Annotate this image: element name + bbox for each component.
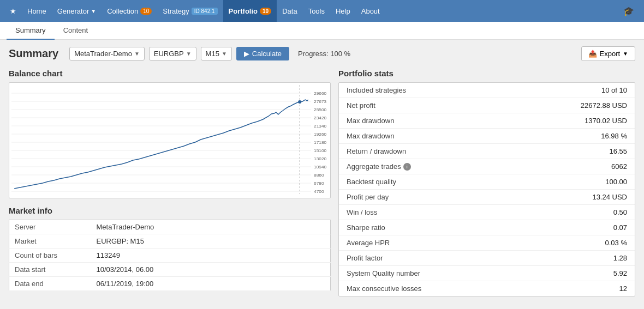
nav-generator-label: Generator <box>57 7 90 15</box>
collection-badge: 10 <box>140 8 152 15</box>
svg-text:6780: 6780 <box>314 181 324 186</box>
nav-item-strategy[interactable]: Strategy ID 842.1 <box>157 0 223 22</box>
balance-chart-title: Balance chart <box>9 69 331 78</box>
chevron-down-icon: ▼ <box>186 51 192 57</box>
tf-dropdown[interactable]: M15 ▼ <box>201 47 232 60</box>
stats-row: Profit per day13.24 USD <box>339 190 635 205</box>
progress-text: Progress: 100 % <box>298 50 350 58</box>
market-info-row: MarketEURGBP: M15 <box>9 234 331 249</box>
stats-value: 1.28 <box>613 254 627 262</box>
nav-data-label: Data <box>282 7 297 15</box>
page-title: Summary <box>9 47 58 60</box>
svg-text:4700: 4700 <box>314 189 324 194</box>
market-info-table: ServerMetaTrader-DemoMarketEURGBP: M15Co… <box>9 220 331 291</box>
stats-value: 16.98 % <box>601 132 627 140</box>
chevron-down-icon: ▼ <box>134 51 140 57</box>
main-content: Summary MetaTrader-Demo ▼ EURGBP ▼ M15 ▼… <box>0 40 644 303</box>
nav-home-label: Home <box>27 7 46 15</box>
stats-label: Profit factor <box>347 254 383 262</box>
stats-value: 10 of 10 <box>601 86 627 94</box>
info-icon[interactable]: i <box>403 163 411 171</box>
stats-row: Max drawdown1370.02 USD <box>339 113 635 129</box>
chevron-down-icon: ▼ <box>91 8 96 14</box>
svg-text:21340: 21340 <box>314 124 326 129</box>
market-info-title: Market info <box>9 206 331 215</box>
nav-item-collection[interactable]: Collection 10 <box>102 0 157 22</box>
stats-value: 0.50 <box>613 208 627 216</box>
nav-item-home[interactable]: Home <box>22 0 52 22</box>
two-col-layout: Balance chart <box>9 69 635 296</box>
stats-row: Aggregate trades i6062 <box>339 159 635 174</box>
nav-tools-label: Tools <box>308 7 325 15</box>
svg-text:15100: 15100 <box>314 148 326 153</box>
stats-row: Average HPR0.03 % <box>339 235 635 251</box>
svg-text:8860: 8860 <box>314 173 324 178</box>
stats-row: Included strategies10 of 10 <box>339 83 635 98</box>
nav-help-label: Help <box>336 7 350 15</box>
balance-chart-svg: 29660 27673 25500 23420 21340 19260 1718… <box>11 85 328 194</box>
export-icon: 📤 <box>588 50 597 58</box>
stats-label: Aggregate trades i <box>347 162 411 171</box>
svg-text:19260: 19260 <box>314 132 326 137</box>
left-column: Balance chart <box>9 69 331 296</box>
nav-item-help[interactable]: Help <box>330 0 356 22</box>
nav-item-tools[interactable]: Tools <box>303 0 330 22</box>
nav-item-settings[interactable]: 🎓 <box>618 0 640 22</box>
calculate-button[interactable]: ▶ Calculate <box>236 47 289 60</box>
tab-summary[interactable]: Summary <box>7 22 55 40</box>
star-icon: ★ <box>10 7 16 15</box>
stats-value: 0.07 <box>613 223 627 232</box>
market-info-row: Data end06/11/2019, 19:00 <box>9 277 331 291</box>
stats-value: 13.24 USD <box>592 193 627 201</box>
nav-collection-label: Collection <box>107 7 138 15</box>
portfolio-stats-container: Included strategies10 of 10Net profit226… <box>338 82 635 296</box>
nav-item-data[interactable]: Data <box>277 0 302 22</box>
stats-row: Backtest quality100.00 <box>339 174 635 190</box>
nav-item-about[interactable]: About <box>356 0 385 22</box>
stats-label: Max consecutive losses <box>347 284 421 293</box>
server-dropdown[interactable]: MetaTrader-Demo ▼ <box>69 47 145 60</box>
stats-value: 12 <box>619 284 627 293</box>
nav-item-portfolio[interactable]: Portfolio 10 <box>223 0 277 22</box>
export-button[interactable]: 📤 Export ▼ <box>581 46 635 61</box>
stats-value: 6062 <box>611 162 627 171</box>
stats-value: 22672.88 USD <box>581 101 627 110</box>
market-info-row: Count of bars113249 <box>9 249 331 263</box>
stats-value: 1370.02 USD <box>585 117 627 125</box>
svg-text:10940: 10940 <box>314 165 326 169</box>
stats-label: Max drawdown <box>347 117 394 125</box>
stats-label: Return / drawdown <box>347 147 406 155</box>
stats-value: 100.00 <box>605 178 627 186</box>
nav-item-star[interactable]: ★ <box>4 0 22 22</box>
mortarboard-icon: 🎓 <box>623 6 634 16</box>
market-info-section: Market info ServerMetaTrader-DemoMarketE… <box>9 206 331 291</box>
toolbar-row: Summary MetaTrader-Demo ▼ EURGBP ▼ M15 ▼… <box>9 46 635 61</box>
top-nav: ★ Home Generator ▼ Collection 10 Strateg… <box>0 0 644 22</box>
stats-value: 5.92 <box>613 269 627 277</box>
nav-portfolio-label: Portfolio <box>229 7 258 15</box>
stats-row: Profit factor1.28 <box>339 251 635 266</box>
stats-row: Sharpe ratio0.07 <box>339 220 635 235</box>
stats-label: Sharpe ratio <box>347 223 385 232</box>
svg-point-27 <box>298 100 301 104</box>
stats-label: Included strategies <box>347 86 406 94</box>
play-icon: ▶ <box>244 50 249 58</box>
portfolio-stats-title: Portfolio stats <box>338 69 635 78</box>
nav-strategy-label: Strategy <box>163 7 189 15</box>
svg-text:23420: 23420 <box>314 116 326 120</box>
stats-row: Win / loss0.50 <box>339 205 635 220</box>
balance-chart-section: Balance chart <box>9 69 331 198</box>
svg-text:29660: 29660 <box>314 91 326 96</box>
market-info-row: Data start10/03/2014, 06.00 <box>9 263 331 277</box>
nav-item-generator[interactable]: Generator ▼ <box>52 0 102 22</box>
svg-text:27673: 27673 <box>314 99 326 104</box>
stats-label: Max drawdown <box>347 132 394 140</box>
stats-label: Profit per day <box>347 193 389 201</box>
stats-label: Win / loss <box>347 208 377 216</box>
stats-value: 16.55 <box>609 147 627 155</box>
tab-content[interactable]: Content <box>55 22 97 40</box>
svg-text:17180: 17180 <box>314 140 326 145</box>
svg-text:25500: 25500 <box>314 107 326 112</box>
market-info-row: ServerMetaTrader-Demo <box>9 220 331 234</box>
pair-dropdown[interactable]: EURGBP ▼ <box>149 47 196 60</box>
